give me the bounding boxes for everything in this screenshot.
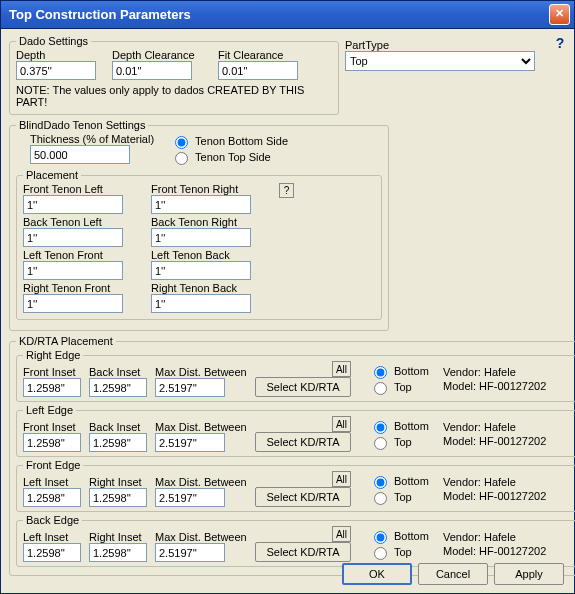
rtf-input[interactable] — [23, 294, 123, 313]
back-edge-group: Back Edge Left Inset Right Inset Max Dis… — [16, 514, 575, 567]
ltb-input[interactable] — [151, 261, 251, 280]
be-b-label: Right Inset — [89, 531, 151, 543]
be-top-radio[interactable]: Top — [369, 544, 439, 560]
dado-legend: Dado Settings — [16, 35, 91, 47]
parttype-select[interactable]: Top — [345, 51, 535, 71]
close-button[interactable]: ✕ — [549, 4, 570, 25]
be-c-input[interactable] — [155, 543, 225, 562]
client-area: ? Dado Settings Depth Depth Clearance Fi… — [1, 29, 574, 593]
fe-a-input[interactable] — [23, 488, 81, 507]
kdrta-legend: KD/RTA Placement — [16, 335, 116, 347]
ltf-label: Left Tenon Front — [23, 249, 143, 261]
fe-model: Model: HF-00127202 — [443, 490, 575, 502]
fe-top-radio-input[interactable] — [374, 492, 387, 505]
ok-button[interactable]: OK — [342, 563, 412, 585]
fe-bottom-radio[interactable]: Bottom — [369, 473, 439, 489]
le-top-radio[interactable]: Top — [369, 434, 439, 450]
btr-input[interactable] — [151, 228, 251, 247]
fe-bottom-radio-input[interactable] — [374, 476, 387, 489]
fit-clearance-input[interactable] — [218, 61, 298, 80]
re-a-input[interactable] — [23, 378, 81, 397]
fe-b-input[interactable] — [89, 488, 147, 507]
re-b-label: Back Inset — [89, 366, 151, 378]
rtb-input[interactable] — [151, 294, 251, 313]
btl-label: Back Tenon Left — [23, 216, 143, 228]
re-top-radio[interactable]: Top — [369, 379, 439, 395]
depth-clearance-input[interactable] — [112, 61, 192, 80]
be-b-input[interactable] — [89, 543, 147, 562]
re-a-label: Front Inset — [23, 366, 85, 378]
dado-note: NOTE: The values only apply to dados CRE… — [16, 84, 332, 108]
btr-label: Back Tenon Right — [151, 216, 271, 228]
ltf-input[interactable] — [23, 261, 123, 280]
depth-input[interactable] — [16, 61, 96, 80]
re-all-button[interactable]: All — [332, 361, 351, 377]
re-bottom-radio[interactable]: Bottom — [369, 363, 439, 379]
thickness-input[interactable] — [30, 145, 130, 164]
fe-all-button[interactable]: All — [332, 471, 351, 487]
placement-group: Placement Front Tenon Left Front Tenon R… — [16, 169, 382, 320]
le-top-radio-input[interactable] — [374, 437, 387, 450]
fe-c-input[interactable] — [155, 488, 225, 507]
rtb-label: Right Tenon Back — [151, 282, 271, 294]
fit-clearance-label: Fit Clearance — [218, 49, 318, 61]
depth-clearance-label: Depth Clearance — [112, 49, 212, 61]
be-bottom-label: Bottom — [394, 530, 429, 542]
le-all-button[interactable]: All — [332, 416, 351, 432]
left-edge-group: Left Edge Front Inset Back Inset Max Dis… — [16, 404, 575, 457]
tenon-bottom-radio[interactable]: Tenon Bottom Side — [170, 133, 288, 149]
le-select-button[interactable]: Select KD/RTA — [255, 432, 351, 452]
be-select-button[interactable]: Select KD/RTA — [255, 542, 351, 562]
tenon-top-radio[interactable]: Tenon Top Side — [170, 149, 288, 165]
ftl-input[interactable] — [23, 195, 123, 214]
le-bottom-radio[interactable]: Bottom — [369, 418, 439, 434]
front-edge-group: Front Edge Left Inset Right Inset Max Di… — [16, 459, 575, 512]
fe-c-label: Max Dist. Between — [155, 476, 249, 488]
apply-button[interactable]: Apply — [494, 563, 564, 585]
re-top-radio-input[interactable] — [374, 382, 387, 395]
fe-top-radio[interactable]: Top — [369, 489, 439, 505]
le-a-label: Front Inset — [23, 421, 85, 433]
btl-input[interactable] — [23, 228, 123, 247]
front-edge-legend: Front Edge — [23, 459, 83, 471]
cancel-button[interactable]: Cancel — [418, 563, 488, 585]
le-bottom-radio-input[interactable] — [374, 421, 387, 434]
be-bottom-radio-input[interactable] — [374, 531, 387, 544]
placement-help-button[interactable]: ? — [279, 183, 294, 198]
right-edge-legend: Right Edge — [23, 349, 83, 361]
ftr-input[interactable] — [151, 195, 251, 214]
blinddado-legend: BlindDado Tenon Settings — [16, 119, 148, 131]
le-c-label: Max Dist. Between — [155, 421, 249, 433]
thickness-label: Thickness (% of Material) — [30, 133, 154, 145]
re-bottom-radio-input[interactable] — [374, 366, 387, 379]
placement-legend: Placement — [23, 169, 81, 181]
re-c-input[interactable] — [155, 378, 225, 397]
le-a-input[interactable] — [23, 433, 81, 452]
tenon-top-radio-input[interactable] — [175, 152, 188, 165]
fe-b-label: Right Inset — [89, 476, 151, 488]
be-a-input[interactable] — [23, 543, 81, 562]
fe-bottom-label: Bottom — [394, 475, 429, 487]
fe-top-label: Top — [394, 491, 412, 503]
re-select-button[interactable]: Select KD/RTA — [255, 377, 351, 397]
be-vendor: Vendor: Hafele — [443, 531, 575, 543]
fe-select-button[interactable]: Select KD/RTA — [255, 487, 351, 507]
rtf-label: Right Tenon Front — [23, 282, 143, 294]
dado-settings-group: Dado Settings Depth Depth Clearance Fit … — [9, 35, 339, 115]
tenon-bottom-radio-input[interactable] — [175, 136, 188, 149]
be-c-label: Max Dist. Between — [155, 531, 249, 543]
be-all-button[interactable]: All — [332, 526, 351, 542]
le-b-label: Back Inset — [89, 421, 151, 433]
le-b-input[interactable] — [89, 433, 147, 452]
help-icon[interactable]: ? — [552, 35, 568, 51]
re-b-input[interactable] — [89, 378, 147, 397]
be-top-radio-input[interactable] — [374, 547, 387, 560]
be-bottom-radio[interactable]: Bottom — [369, 528, 439, 544]
kdrta-group: KD/RTA Placement Right Edge Front Inset … — [9, 335, 575, 576]
fe-vendor: Vendor: Hafele — [443, 476, 575, 488]
parttype-label: PartType — [345, 39, 566, 51]
le-vendor: Vendor: Hafele — [443, 421, 575, 433]
titlebar: Top Construction Parameters ✕ — [1, 1, 574, 29]
tenon-top-label: Tenon Top Side — [195, 151, 271, 163]
le-c-input[interactable] — [155, 433, 225, 452]
